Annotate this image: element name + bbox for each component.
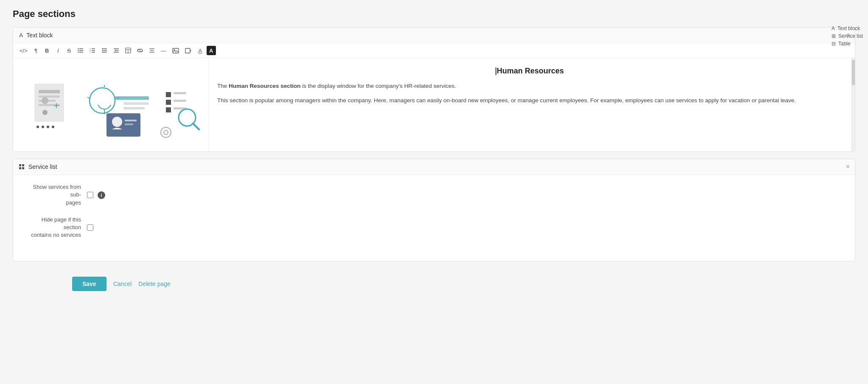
svg-rect-65	[19, 164, 21, 166]
svg-point-63	[161, 127, 171, 137]
svg-text:+: +	[53, 100, 59, 111]
svg-marker-29	[190, 50, 191, 52]
svg-point-3	[78, 48, 78, 49]
svg-marker-15	[102, 50, 103, 51]
svg-rect-31	[39, 90, 60, 93]
svg-rect-57	[106, 113, 140, 137]
service-list-close-button[interactable]: ×	[846, 163, 850, 170]
text-block-scrollbar[interactable]	[851, 58, 855, 151]
svg-point-39	[47, 126, 49, 128]
service-list-header: Service list ×	[13, 159, 855, 175]
svg-rect-55	[166, 107, 171, 112]
toolbar-italic-button[interactable]: I	[53, 46, 63, 55]
svg-rect-66	[22, 164, 24, 166]
service-list-section: Service list × Show services from sub-pa…	[13, 159, 855, 261]
toolbar-indent-button[interactable]	[111, 46, 121, 55]
toolbar-ul-button[interactable]	[76, 46, 86, 55]
sidebar-hint-table: ⊟ Table	[832, 41, 863, 47]
text-toolbar: </> ¶ B I S 1.2.3.	[13, 43, 855, 58]
svg-rect-59	[125, 120, 137, 121]
footer-actions: Save Cancel Delete page	[13, 268, 855, 295]
hint-table-icon: ⊟	[832, 41, 836, 47]
toolbar-table-button[interactable]	[123, 46, 133, 55]
svg-point-35	[42, 110, 48, 115]
service-list-label-hide: Hide page if this sectioncontains no ser…	[23, 216, 87, 239]
toolbar-image-button[interactable]	[170, 47, 181, 55]
text-block-content-area: + +	[13, 58, 855, 151]
editor-heading: Human Resources	[217, 67, 842, 76]
toolbar-align-button[interactable]	[147, 47, 157, 54]
svg-rect-54	[174, 100, 186, 102]
svg-point-5	[78, 52, 78, 53]
svg-point-41	[90, 88, 115, 113]
info-icon-subpages[interactable]: i	[98, 191, 105, 199]
svg-point-40	[52, 126, 54, 128]
svg-rect-67	[19, 167, 21, 169]
svg-rect-51	[166, 92, 171, 97]
service-list-body: Show services from sub-pages i Hide page…	[13, 175, 855, 261]
hint-service-list-icon: ⊞	[832, 33, 836, 39]
sidebar-hint-service-list: ⊞ Service list	[832, 33, 863, 39]
hint-table-label: Table	[838, 41, 851, 47]
hint-service-list-label: Service list	[838, 33, 863, 39]
sidebar-hint-text-block: A Text block	[832, 25, 863, 31]
toolbar-code-button[interactable]: </>	[17, 46, 30, 55]
svg-rect-30	[34, 84, 64, 122]
text-cursor	[496, 67, 496, 75]
service-list-title: Service list	[28, 163, 57, 170]
service-list-label-subpages: Show services from sub-pages	[23, 183, 87, 207]
hint-text-block-icon: A	[832, 25, 835, 31]
toolbar-hr-button[interactable]: —	[159, 46, 168, 55]
editor-paragraph-2: This section is popular among managers w…	[217, 96, 842, 105]
svg-rect-60	[125, 123, 133, 125]
svg-rect-49	[123, 102, 149, 105]
svg-rect-32	[39, 95, 60, 98]
service-list-checkbox-subpages[interactable]	[87, 192, 93, 198]
scrollbar-thumb	[852, 60, 855, 85]
text-block-title: Text block	[26, 32, 53, 39]
service-list-icon	[19, 163, 25, 170]
svg-rect-48	[115, 96, 149, 100]
sidebar-hints: A Text block ⊞ Service list ⊟ Table	[826, 21, 868, 51]
svg-rect-52	[174, 92, 186, 94]
service-list-row-hide: Hide page if this sectioncontains no ser…	[23, 216, 845, 239]
svg-point-64	[164, 130, 168, 135]
svg-line-43	[87, 97, 90, 98]
svg-point-37	[36, 126, 39, 128]
page-container: Page sections A Text block × </> ¶ B I S…	[0, 0, 868, 304]
svg-point-36	[42, 97, 48, 104]
text-block-icon: A	[19, 32, 23, 39]
svg-rect-53	[166, 100, 171, 105]
svg-point-4	[78, 50, 78, 51]
toolbar-link-button[interactable]	[135, 47, 145, 54]
page-title: Page sections	[13, 8, 855, 20]
toolbar-underline-button[interactable]: A	[196, 46, 205, 55]
svg-point-58	[112, 117, 122, 127]
svg-rect-68	[22, 167, 24, 169]
svg-rect-28	[185, 48, 190, 53]
svg-point-38	[42, 126, 44, 128]
toolbar-video-button[interactable]	[183, 47, 194, 55]
toolbar-color-button[interactable]: A	[207, 46, 216, 55]
hint-text-block-label: Text block	[837, 25, 860, 31]
svg-line-62	[193, 123, 199, 129]
text-block-editor[interactable]: Human Resources The Human Resources sect…	[208, 58, 855, 151]
service-list-row-subpages: Show services from sub-pages i	[23, 183, 845, 207]
svg-marker-19	[115, 50, 116, 51]
editor-paragraph-1: The Human Resources section is the displ…	[217, 81, 842, 91]
service-list-checkbox-hide[interactable]	[87, 224, 93, 231]
svg-rect-50	[123, 107, 145, 109]
cancel-button[interactable]: Cancel	[113, 280, 132, 287]
text-block-illustration: + +	[13, 58, 208, 151]
toolbar-bold-button[interactable]: B	[42, 46, 52, 55]
svg-text:3.: 3.	[90, 51, 91, 53]
delete-page-button[interactable]: Delete page	[138, 280, 171, 287]
text-block-section: A Text block × </> ¶ B I S 1.2.3.	[13, 27, 855, 152]
toolbar-outdent-button[interactable]	[99, 46, 109, 55]
toolbar-strikethrough-button[interactable]: S	[64, 46, 74, 55]
save-button[interactable]: Save	[72, 277, 106, 291]
toolbar-ol-button[interactable]: 1.2.3.	[87, 46, 98, 55]
svg-rect-26	[173, 48, 179, 53]
toolbar-paragraph-button[interactable]: ¶	[31, 46, 41, 55]
text-block-header: A Text block ×	[13, 28, 855, 43]
